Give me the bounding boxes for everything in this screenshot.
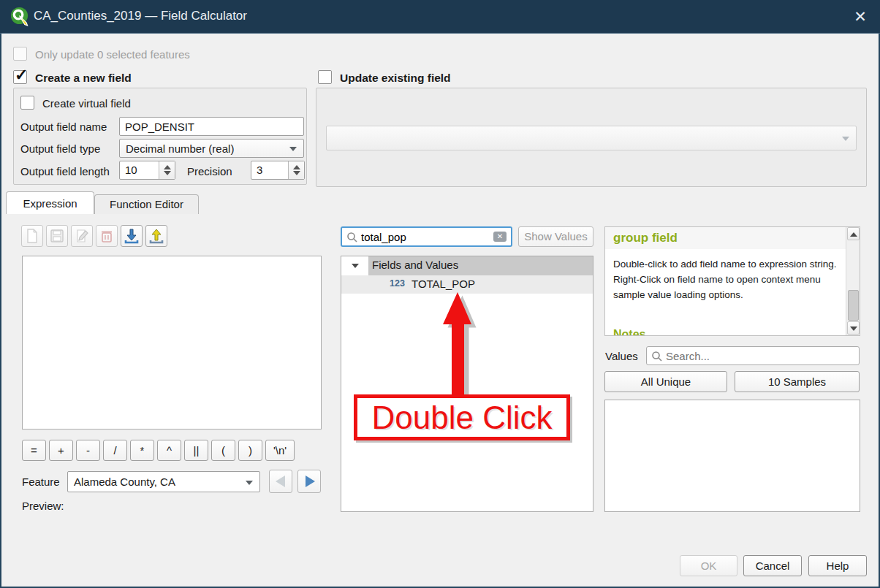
precision-stepper[interactable]: 3 [251,161,305,180]
feature-label: Feature [22,476,60,488]
new-file-icon [24,228,40,244]
download-arrow-icon [124,228,140,244]
arrow-left-icon [276,476,285,487]
create-new-field-label: Create a new field [35,72,132,85]
annotation-callout: Double Click [354,394,570,440]
field-calculator-dialog: CA_Counties_2019 — Field Calculator ✕ On… [0,0,880,588]
output-field-type-label: Output field type [20,142,100,155]
output-field-length-value: 10 [125,164,137,176]
help-notes-heading: Notes [613,328,645,336]
tab-function-editor[interactable]: Function Editor [94,194,199,214]
search-icon [651,351,663,362]
stepper-buttons[interactable] [288,161,304,179]
chevron-down-icon [246,481,253,485]
qgis-logo-icon [10,7,29,26]
operator-minus-button[interactable]: - [76,440,100,461]
tree-group-fields-and-values[interactable]: Fields and Values [341,256,593,275]
window-border [0,34,1,588]
close-button[interactable]: ✕ [849,6,871,28]
expression-editor[interactable] [22,256,322,429]
spin-down-icon [164,171,171,175]
tab-expression[interactable]: Expression [6,191,94,214]
tree-group-label: Fields and Values [372,259,458,271]
annotation-arrow-icon [439,290,479,400]
export-expression-button[interactable] [145,225,167,247]
scroll-up-button[interactable] [847,227,860,240]
all-unique-button[interactable]: All Unique [604,371,727,392]
annotation-text: Double Click [372,400,553,436]
preview-label: Preview: [22,500,64,512]
save-icon [49,228,65,244]
values-list[interactable] [604,400,860,512]
tree-expander[interactable] [341,256,368,275]
ten-samples-button[interactable]: 10 Samples [735,371,860,392]
output-field-length-stepper[interactable]: 10 [119,161,175,180]
upload-arrow-icon [148,228,164,244]
titlebar: CA_Counties_2019 — Field Calculator ✕ [0,0,880,34]
help-panel: group field Double-click to add field na… [604,226,860,336]
trash-icon [99,228,115,244]
feature-select[interactable]: Alameda County, CA [67,471,260,492]
help-body: Double-click to add field name to expres… [613,256,841,302]
precision-label: Precision [187,165,232,177]
stepper-buttons[interactable] [159,161,175,179]
help-scrollbar[interactable] [846,227,860,335]
create-virtual-field-label: Create virtual field [42,97,131,110]
output-field-name-label: Output field name [20,121,107,133]
chevron-down-icon [842,137,849,141]
values-label: Values [605,350,638,362]
existing-field-select [326,126,857,150]
clear-search-button[interactable]: ✕ [493,232,507,242]
output-field-name-input[interactable] [119,117,304,136]
import-expression-button[interactable] [121,225,143,247]
operator-divide-button[interactable]: / [103,440,127,461]
help-title-text: group field [613,231,678,245]
field-name-label: TOTAL_POP [411,278,475,290]
close-icon: ✕ [854,8,867,25]
operator-equals-button[interactable]: = [22,440,46,461]
scroll-up-icon [850,232,857,237]
scroll-down-button[interactable] [847,321,860,335]
save-expression-button [46,225,68,247]
spin-up-icon [293,165,300,169]
edit-expression-button [71,225,93,247]
values-search-input[interactable] [666,348,834,364]
operator-newline-button[interactable]: '\n' [265,440,295,461]
operator-plus-button[interactable]: + [49,440,73,461]
scroll-down-icon [850,327,857,331]
show-values-button: Show Values [518,226,593,247]
previous-feature-button [269,470,292,493]
operator-close-paren-button[interactable]: ) [238,440,262,461]
only-update-checkbox [13,47,27,61]
output-field-type-value: Decimal number (real) [126,142,234,155]
ok-button: OK [680,555,737,576]
clear-icon: ✕ [497,232,503,240]
help-line-2: Right-Click on field name to open contex… [613,272,841,302]
output-field-type-select[interactable]: Decimal number (real) [119,139,304,158]
help-button[interactable]: Help [808,555,867,576]
pencil-icon [74,228,90,244]
update-existing-field-checkbox[interactable] [318,70,332,84]
chevron-down-icon [352,264,359,268]
help-title-strip: group field [605,227,846,249]
cancel-button[interactable]: Cancel [743,555,802,576]
delete-expression-button [96,225,118,247]
numeric-field-icon: 123 [390,278,405,289]
operator-open-paren-button[interactable]: ( [211,440,235,461]
operator-multiply-button[interactable]: * [130,440,154,461]
next-feature-button[interactable] [297,470,321,493]
feature-value: Alameda County, CA [74,476,175,488]
spin-down-icon [293,171,300,175]
operator-concat-button[interactable]: || [184,440,208,461]
operator-power-button[interactable]: ^ [157,440,181,461]
only-update-label: Only update 0 selected features [35,48,190,61]
create-new-field-checkbox[interactable]: ✓ [13,70,27,84]
new-expression-button [21,225,43,247]
check-icon: ✓ [15,66,28,85]
create-virtual-field-checkbox[interactable] [20,96,34,110]
search-icon [346,232,358,243]
window-title: CA_Counties_2019 — Field Calculator [34,9,247,23]
scrollbar-thumb[interactable] [848,290,859,321]
function-search-input[interactable] [361,229,471,245]
spin-up-icon [164,165,171,169]
